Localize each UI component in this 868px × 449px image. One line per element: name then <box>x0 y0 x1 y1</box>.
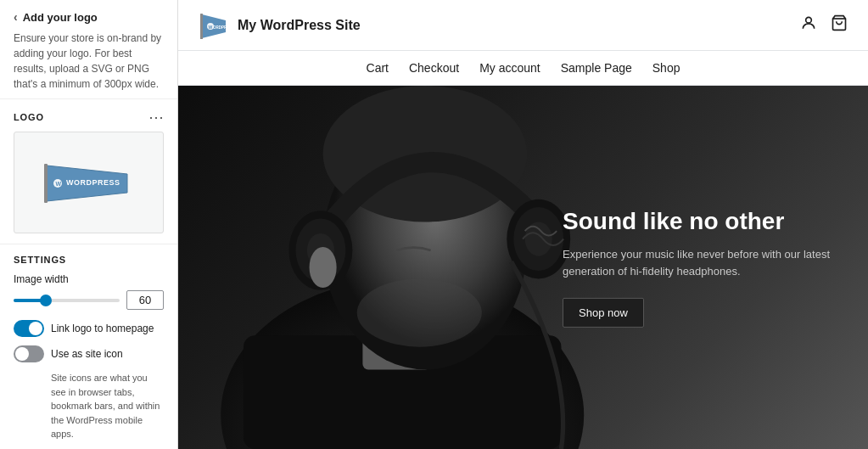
svg-point-23 <box>357 278 482 346</box>
link-logo-toggle-row: Link logo to homepage <box>14 320 164 337</box>
cart-icon[interactable] <box>831 14 848 36</box>
image-width-setting: Image width <box>14 273 164 310</box>
panel-title: Add your logo <box>23 11 98 24</box>
svg-text:W: W <box>209 25 213 30</box>
svg-point-10 <box>806 17 812 23</box>
account-icon[interactable] <box>800 14 817 36</box>
header-logo: W ORDPRESS <box>199 10 229 41</box>
more-options-button[interactable]: ⋯ <box>148 109 164 125</box>
site-title: My WordPress Site <box>238 18 361 33</box>
nav-shop[interactable]: Shop <box>652 61 680 75</box>
site-nav: Cart Checkout My account Sample Page Sho… <box>178 51 868 86</box>
image-width-input[interactable] <box>126 290 164 310</box>
nav-cart[interactable]: Cart <box>367 61 389 75</box>
hero-section: Sound like no other Experience your musi… <box>178 86 868 449</box>
settings-label: SETTINGS <box>14 255 164 265</box>
site-header: W ORDPRESS My WordPress Site <box>178 0 868 51</box>
logo-image: WORDPRESS W <box>42 157 136 208</box>
hero-description: Experience your music like never before … <box>563 246 834 282</box>
site-icon-toggle[interactable] <box>14 345 44 362</box>
hero-content: Sound like no other Experience your musi… <box>563 207 834 328</box>
hero-title: Sound like no other <box>563 207 834 236</box>
back-button[interactable]: ‹ Add your logo <box>14 10 164 24</box>
link-logo-toggle[interactable] <box>14 320 44 337</box>
nav-checkout[interactable]: Checkout <box>409 61 459 75</box>
svg-text:W: W <box>55 181 61 187</box>
left-panel: ‹ Add your logo Ensure your store is on-… <box>0 0 178 449</box>
svg-rect-1 <box>44 164 48 203</box>
toggle-knob <box>29 322 42 335</box>
logo-section: LOGO ⋯ WORDPRESS W <box>0 99 177 244</box>
panel-description: Ensure your store is on-brand by adding … <box>14 31 164 92</box>
slider-thumb <box>40 295 52 306</box>
logo-label: LOGO <box>14 112 44 122</box>
image-width-slider[interactable] <box>14 299 120 302</box>
svg-text:WORDPRESS: WORDPRESS <box>66 178 120 187</box>
toggle-knob-2 <box>15 347 29 361</box>
shop-now-button[interactable]: Shop now <box>563 298 644 328</box>
logo-section-header: LOGO ⋯ <box>14 109 164 125</box>
nav-my-account[interactable]: My account <box>479 61 540 75</box>
nav-sample-page[interactable]: Sample Page <box>561 61 632 75</box>
svg-rect-6 <box>200 14 203 39</box>
site-icon-label: Use as site icon <box>51 348 123 360</box>
logo-preview[interactable]: WORDPRESS W <box>14 132 164 233</box>
panel-top: ‹ Add your logo Ensure your store is on-… <box>0 0 177 99</box>
svg-point-24 <box>310 247 337 288</box>
site-preview: W ORDPRESS My WordPress Site Cart Checko… <box>178 0 868 449</box>
svg-text:ORDPRESS: ORDPRESS <box>213 25 229 30</box>
chevron-left-icon: ‹ <box>14 10 18 24</box>
slider-row <box>14 290 164 310</box>
site-logo-area: W ORDPRESS My WordPress Site <box>199 10 361 41</box>
site-icon-description: Site icons are what you see in browser t… <box>51 371 164 441</box>
site-icon-toggle-row: Use as site icon <box>14 345 164 362</box>
image-width-label: Image width <box>14 273 164 285</box>
hero-person-image <box>178 86 626 449</box>
settings-section: SETTINGS Image width Link logo to homepa… <box>0 244 177 449</box>
link-logo-label: Link logo to homepage <box>51 323 154 334</box>
header-icons <box>800 14 848 36</box>
